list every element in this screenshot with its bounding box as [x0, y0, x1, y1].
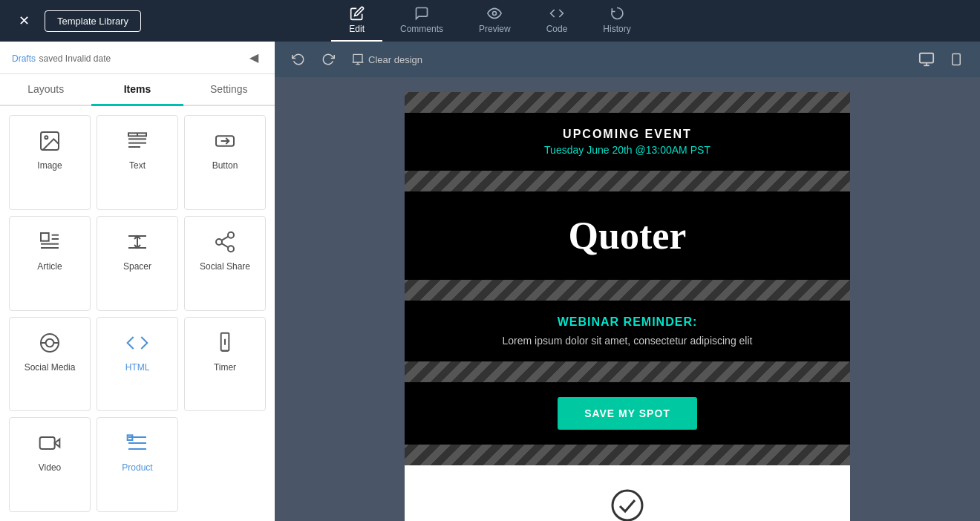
product-icon [124, 430, 151, 456]
svg-rect-10 [41, 233, 49, 241]
svg-point-20 [228, 246, 234, 252]
html-icon [124, 330, 151, 356]
svg-point-0 [493, 12, 497, 16]
tab-history[interactable]: History [585, 0, 648, 42]
edit-icon [350, 6, 365, 21]
item-social-share[interactable]: Social Share [184, 216, 266, 311]
svg-point-18 [228, 232, 234, 237]
event-date: Tuesday June 20th @13:00AM PST [419, 144, 835, 156]
webinar-desc: Lorem ipsum dolor sit amet, consectetur … [419, 335, 835, 347]
bottom-stripe [405, 445, 850, 465]
item-spacer-label: Spacer [123, 261, 151, 272]
middle-stripe-1 [405, 171, 850, 191]
item-video[interactable]: Video [9, 417, 91, 512]
webinar-section: WEBINAR REMINDER: Lorem ipsum dolor sit … [405, 301, 850, 361]
social-share-icon [212, 229, 238, 255]
video-icon [36, 430, 63, 456]
svg-rect-36 [920, 53, 933, 63]
item-timer[interactable]: Timer [184, 317, 266, 412]
tab-settings[interactable]: Settings [183, 74, 275, 106]
item-social-share-label: Social Share [200, 261, 250, 272]
email-preview: UPCOMING EVENT Tuesday June 20th @13:00A… [405, 92, 850, 465]
tab-edit[interactable]: Edit [331, 0, 382, 42]
clear-design-button[interactable]: Clear design [346, 50, 428, 68]
top-nav-left: ✕ Template Library [0, 9, 141, 33]
button-icon [212, 128, 238, 154]
tab-comments[interactable]: Comments [382, 0, 461, 42]
item-product[interactable]: Product [97, 417, 178, 512]
middle-stripe-3 [405, 361, 850, 382]
history-icon [610, 6, 624, 21]
article-icon [36, 229, 63, 255]
collapse-button[interactable]: ◀ [245, 49, 263, 66]
desktop-view-button[interactable] [915, 47, 938, 71]
event-section: UPCOMING EVENT Tuesday June 20th @13:00A… [405, 113, 850, 171]
text-icon [124, 128, 151, 154]
mobile-view-button[interactable] [944, 47, 968, 71]
main-area: Drafts saved Invalid date ◀ Layouts Item… [0, 42, 980, 521]
timer-icon [212, 330, 238, 356]
item-text-label: Text [129, 160, 146, 171]
item-html[interactable]: HTML [97, 317, 178, 412]
tab-preview[interactable]: Preview [461, 0, 529, 42]
clear-icon [352, 53, 364, 65]
quoter-text: Quoter [419, 214, 835, 258]
tab-code[interactable]: Code [529, 0, 586, 42]
tab-layouts[interactable]: Layouts [0, 74, 91, 106]
mobile-icon [950, 51, 963, 68]
svg-point-19 [216, 239, 222, 245]
comments-icon [414, 6, 429, 21]
canvas-content: UPCOMING EVENT Tuesday June 20th @13:00A… [275, 77, 980, 521]
top-stripe [405, 92, 850, 113]
svg-line-21 [221, 243, 228, 247]
upcoming-event-title: UPCOMING EVENT [419, 128, 835, 141]
close-button[interactable]: ✕ [12, 9, 36, 33]
sidebar: Drafts saved Invalid date ◀ Layouts Item… [0, 42, 275, 521]
item-html-label: HTML [125, 362, 150, 373]
item-video-label: Video [39, 462, 61, 473]
item-button-label: Button [212, 160, 238, 171]
top-nav: ✕ Template Library Edit Comments Preview [0, 0, 980, 42]
drafts-link[interactable]: Drafts [12, 53, 36, 64]
social-media-icon [36, 330, 63, 356]
desktop-icon [918, 51, 935, 68]
svg-point-24 [46, 338, 54, 347]
webinar-title: WEBINAR REMINDER: [419, 315, 835, 329]
undo-button[interactable] [287, 47, 310, 71]
item-text[interactable]: Text [97, 115, 178, 210]
preview-icon [487, 6, 502, 21]
quoter-section: Quoter [405, 191, 850, 280]
tab-items[interactable]: Items [91, 74, 183, 106]
spacer-icon [124, 229, 151, 255]
item-spacer[interactable]: Spacer [97, 216, 178, 311]
template-library-button[interactable]: Template Library [45, 10, 141, 32]
check-icon [610, 488, 645, 521]
item-image-label: Image [37, 160, 62, 171]
items-grid: Image Text [0, 106, 275, 521]
item-social-media[interactable]: Social Media [9, 317, 91, 412]
drafts-status: Drafts saved Invalid date [12, 51, 111, 65]
item-article-label: Article [37, 261, 62, 272]
save-spot-button[interactable]: SAVE MY SPOT [558, 397, 697, 430]
redo-button[interactable] [316, 47, 340, 71]
image-icon [36, 128, 63, 154]
item-social-media-label: Social Media [24, 362, 76, 373]
code-icon [549, 6, 564, 21]
svg-point-2 [45, 136, 48, 139]
device-buttons [915, 47, 968, 71]
sidebar-header: Drafts saved Invalid date ◀ [0, 42, 275, 74]
item-article[interactable]: Article [9, 216, 91, 311]
item-product-label: Product [122, 462, 152, 473]
svg-point-41 [612, 491, 642, 520]
button-section: SAVE MY SPOT [405, 382, 850, 445]
svg-line-22 [221, 236, 228, 240]
nav-tabs: Edit Comments Preview Code [331, 0, 648, 42]
canvas-area: Clear design [275, 42, 980, 521]
sidebar-tabs: Layouts Items Settings [0, 74, 275, 106]
item-image[interactable]: Image [9, 115, 91, 210]
check-section: Check if everything is alright [405, 465, 850, 521]
middle-stripe-2 [405, 280, 850, 301]
canvas-toolbar: Clear design [275, 42, 980, 77]
item-button[interactable]: Button [184, 115, 266, 210]
saved-date: saved Invalid date [39, 53, 111, 64]
